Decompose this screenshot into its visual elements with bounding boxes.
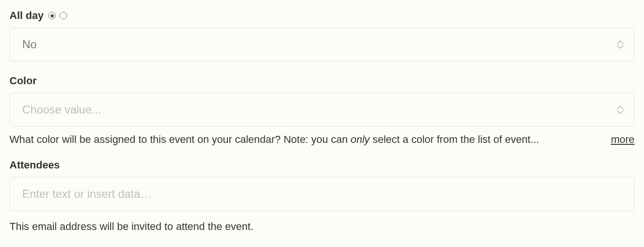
all-day-radio-selected[interactable] bbox=[48, 12, 56, 19]
color-select-placeholder: Choose value... bbox=[22, 103, 101, 116]
all-day-select-value: No bbox=[22, 38, 37, 51]
all-day-radio-unselected[interactable] bbox=[60, 12, 67, 19]
color-label-row: Color bbox=[9, 75, 635, 87]
attendees-label: Attendees bbox=[9, 159, 60, 171]
color-helper-row: What color will be assigned to this even… bbox=[9, 133, 635, 146]
color-more-link[interactable]: more bbox=[611, 133, 635, 146]
all-day-select[interactable]: No bbox=[9, 27, 635, 62]
attendees-input[interactable] bbox=[9, 177, 635, 211]
all-day-label: All day bbox=[9, 9, 44, 22]
color-field: Color Choose value... What color will be… bbox=[9, 75, 635, 146]
color-helper-text: What color will be assigned to this even… bbox=[9, 133, 592, 146]
color-select[interactable]: Choose value... bbox=[9, 93, 635, 127]
attendees-label-row: Attendees bbox=[9, 159, 635, 171]
attendees-helper-text: This email address will be invited to at… bbox=[9, 221, 635, 233]
all-day-label-row: All day bbox=[9, 9, 635, 22]
all-day-radio-group bbox=[48, 12, 67, 19]
chevron-updown-icon bbox=[617, 40, 624, 49]
chevron-updown-icon bbox=[617, 106, 624, 114]
color-label: Color bbox=[9, 75, 36, 87]
attendees-field: Attendees This email address will be inv… bbox=[9, 159, 635, 233]
all-day-field: All day No bbox=[9, 9, 635, 62]
